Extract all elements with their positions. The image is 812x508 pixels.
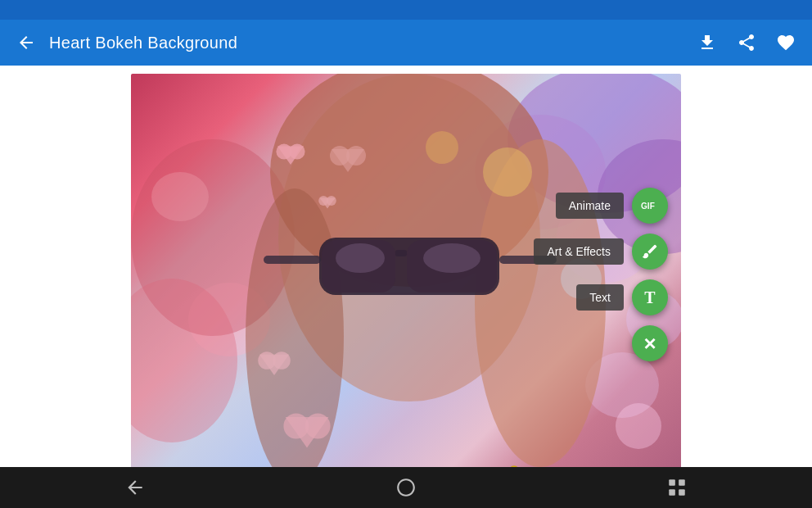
app-toolbar: Heart Bokeh Background	[0, 20, 812, 66]
close-fab-button[interactable]: ×	[632, 325, 668, 361]
animate-button[interactable]: GIF	[632, 188, 668, 224]
animate-label[interactable]: Animate	[556, 193, 624, 219]
svg-point-16	[336, 243, 385, 273]
nav-home-button[interactable]	[386, 468, 426, 507]
svg-rect-52	[679, 489, 685, 496]
svg-text:GIF: GIF	[641, 202, 655, 211]
svg-point-46	[616, 403, 661, 449]
main-content: Animate GIF Art & Effects Text T ×	[0, 66, 812, 483]
art-effects-button[interactable]	[632, 234, 668, 270]
page-title: Heart Bokeh Background	[49, 34, 694, 52]
favorite-button[interactable]	[773, 29, 799, 56]
nav-recents-button[interactable]	[657, 468, 697, 507]
art-effects-row: Art & Effects	[534, 234, 668, 270]
text-button[interactable]: T	[632, 279, 668, 315]
svg-rect-50	[679, 479, 685, 486]
animate-row: Animate GIF	[556, 188, 668, 224]
fab-menu: Animate GIF Art & Effects Text T ×	[534, 188, 668, 361]
svg-rect-51	[669, 489, 675, 496]
svg-rect-18	[395, 250, 407, 256]
text-label[interactable]: Text	[576, 284, 624, 311]
svg-point-42	[483, 147, 532, 197]
status-bar	[0, 0, 812, 20]
close-row: ×	[632, 325, 668, 361]
download-button[interactable]	[694, 29, 720, 56]
svg-point-43	[426, 131, 458, 164]
nav-back-button[interactable]	[115, 468, 155, 507]
svg-rect-20	[264, 256, 321, 264]
back-button[interactable]	[13, 29, 39, 56]
svg-rect-49	[669, 479, 675, 486]
text-row: Text T	[576, 279, 668, 315]
share-button[interactable]	[733, 29, 760, 56]
art-effects-label[interactable]: Art & Effects	[534, 238, 624, 265]
toolbar-actions	[694, 29, 799, 56]
image-container: Animate GIF Art & Effects Text T ×	[131, 74, 681, 475]
nav-bar	[0, 467, 812, 508]
svg-point-17	[423, 243, 480, 273]
